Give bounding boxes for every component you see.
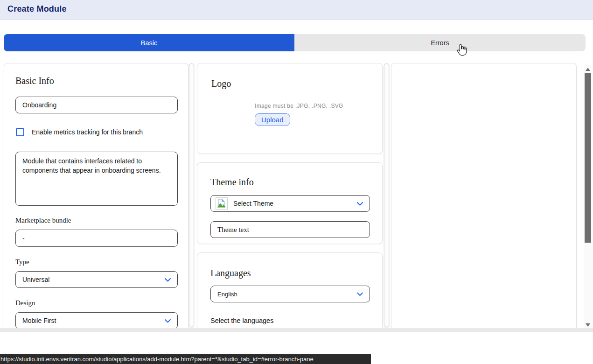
upload-button[interactable]: Upload — [255, 113, 290, 126]
languages-card: Languages English Select the languages — [197, 252, 383, 329]
scroll-up-icon[interactable] — [586, 68, 590, 71]
languages-hint: Select the languages — [210, 317, 273, 324]
type-select-value: Universal — [22, 276, 49, 283]
chevron-down-icon — [357, 200, 363, 207]
chevron-down-icon — [165, 317, 171, 324]
broken-image-icon — [216, 197, 228, 210]
type-select[interactable]: Universal — [15, 271, 178, 288]
main-scrollbar[interactable] — [584, 65, 592, 329]
language-select[interactable]: English — [210, 286, 370, 302]
left-column-scrollbar[interactable] — [188, 63, 195, 328]
description-textarea[interactable] — [15, 152, 178, 206]
middle-column-scrollbar[interactable] — [384, 63, 390, 328]
language-select-value: English — [217, 291, 237, 298]
marketplace-bundle-input[interactable] — [15, 230, 178, 247]
metrics-checkbox-label: Enable metrics tracking for this branch — [32, 128, 143, 136]
scroll-down-icon[interactable] — [586, 323, 590, 327]
middle-column-scrollbar-thumb[interactable] — [384, 63, 389, 327]
page-title: Create Module — [7, 4, 67, 14]
theme-info-title: Theme info — [210, 177, 254, 188]
marketplace-bundle-label: Marketplace bundle — [15, 217, 71, 224]
chevron-down-icon — [165, 276, 171, 283]
theme-info-card: Theme info Select Theme — [197, 162, 383, 244]
logo-title: Logo — [211, 78, 231, 89]
dialog-header: Create Module — [0, 0, 593, 20]
create-module-dialog: Create Module Basic Errors Basic Info En… — [0, 0, 593, 364]
basic-info-title: Basic Info — [15, 76, 54, 86]
metrics-checkbox[interactable] — [16, 128, 24, 136]
theme-select-value: Select Theme — [233, 200, 273, 207]
content-area: Basic Info Enable metrics tracking for t… — [0, 58, 593, 329]
main-scrollbar-thumb[interactable] — [585, 73, 591, 243]
theme-text-input[interactable] — [210, 221, 370, 238]
tab-bar: Basic Errors — [4, 34, 586, 51]
tab-errors[interactable]: Errors — [294, 34, 586, 51]
type-label: Type — [15, 258, 29, 266]
design-select-value: Mobile First — [22, 317, 56, 324]
tab-basic[interactable]: Basic — [4, 34, 294, 51]
basic-info-card: Basic Info Enable metrics tracking for t… — [4, 63, 188, 329]
module-name-input[interactable] — [15, 97, 178, 113]
right-panel-card — [391, 63, 577, 329]
logo-card: Logo Image must be .JPG, .PNG, .SVG Uplo… — [197, 63, 383, 154]
design-select[interactable]: Mobile First — [15, 312, 178, 329]
metrics-checkbox-row: Enable metrics tracking for this branch — [16, 128, 178, 136]
theme-select[interactable]: Select Theme — [210, 195, 370, 212]
design-label: Design — [15, 299, 35, 307]
languages-title: Languages — [210, 268, 251, 279]
logo-format-hint: Image must be .JPG, .PNG, .SVG — [255, 103, 343, 109]
chevron-down-icon — [357, 291, 363, 298]
content-bottom-band — [0, 328, 593, 332]
left-column-scrollbar-thumb[interactable] — [189, 63, 194, 327]
status-bar-url: https://studio.inti.envs.veritran.com/st… — [0, 354, 371, 364]
